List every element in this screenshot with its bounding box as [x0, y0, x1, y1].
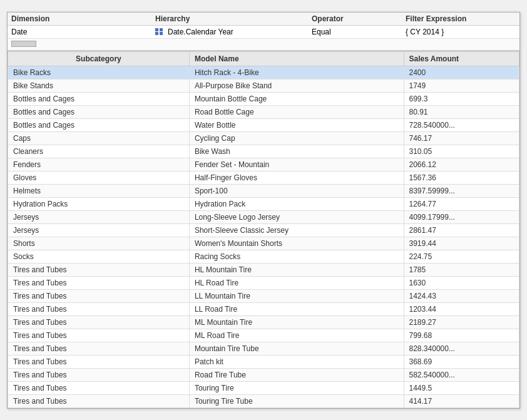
cell-modelname: Bike Wash [189, 145, 404, 158]
table-row[interactable]: FendersFender Set - Mountain2066.12 [8, 158, 519, 171]
cell-modelname: Hitch Rack - 4-Bike [189, 66, 404, 79]
table-row[interactable]: CapsCycling Cap746.17 [8, 131, 519, 145]
cell-modelname: Racing Socks [189, 250, 404, 263]
cell-sales: 2400 [404, 66, 519, 79]
cell-subcategory: Tires and Tubes [8, 381, 190, 394]
cell-subcategory: Bike Stands [8, 79, 190, 92]
cell-subcategory: Bottles and Cages [8, 105, 190, 118]
cell-modelname: Water Bottle [189, 118, 404, 131]
table-row[interactable]: Hydration PacksHydration Pack1264.77 [8, 197, 519, 210]
cell-modelname: ML Road Tire [189, 329, 404, 342]
filter-hierarchy-value: Date.Calendar Year [168, 28, 233, 36]
table-row[interactable]: Bottles and CagesMountain Bottle Cage699… [8, 92, 519, 105]
data-table: Subcategory Model Name Sales Amount Bike… [8, 51, 519, 408]
filter-col-hierarchy: Hierarchy [155, 14, 312, 23]
filter-hierarchy-cell: Date.Calendar Year [155, 28, 312, 36]
table-row[interactable]: Tires and TubesHL Mountain Tire1785 [8, 263, 519, 276]
cell-modelname: Touring Tire Tube [189, 394, 404, 407]
cell-modelname: LL Road Tire [189, 302, 404, 315]
cell-subcategory: Helmets [8, 184, 190, 197]
cell-subcategory: Bike Racks [8, 66, 190, 79]
cell-subcategory: Jerseys [8, 210, 190, 223]
table-row[interactable]: Tires and TubesML Mountain Tire2189.27 [8, 315, 519, 329]
hierarchy-grid-icon [155, 28, 163, 36]
col-header-subcategory: Subcategory [8, 51, 190, 66]
cell-modelname: Sport-100 [189, 184, 404, 197]
cell-subcategory: Tires and Tubes [8, 355, 190, 368]
cell-sales: 368.69 [404, 355, 519, 368]
cell-sales: 8397.59999... [404, 184, 519, 197]
table-row[interactable]: Bottles and CagesWater Bottle728.540000.… [8, 118, 519, 131]
scroll-bar-area[interactable] [8, 39, 519, 51]
scroll-indicator[interactable] [11, 41, 36, 47]
cell-subcategory: Tires and Tubes [8, 289, 190, 302]
table-row[interactable]: Tires and TubesPatch kit368.69 [8, 355, 519, 368]
table-row[interactable]: HelmetsSport-1008397.59999... [8, 184, 519, 197]
filter-section: Dimension Hierarchy Operator Filter Expr… [8, 13, 519, 51]
table-row[interactable]: Tires and TubesML Road Tire799.68 [8, 329, 519, 342]
table-row[interactable]: Bottles and CagesRoad Bottle Cage80.91 [8, 105, 519, 118]
table-row[interactable]: JerseysShort-Sleeve Classic Jersey2861.4… [8, 223, 519, 237]
cell-sales: 1264.77 [404, 197, 519, 210]
cell-sales: 582.540000... [404, 368, 519, 381]
cell-subcategory: Fenders [8, 158, 190, 171]
cell-modelname: LL Mountain Tire [189, 289, 404, 302]
cell-modelname: HL Road Tire [189, 276, 404, 289]
filter-data-row: Date Date.Calendar Year Equal { CY 2014 … [8, 26, 519, 39]
cell-sales: 414.17 [404, 394, 519, 407]
table-row[interactable]: Tires and TubesLL Mountain Tire1424.43 [8, 289, 519, 302]
filter-header-row: Dimension Hierarchy Operator Filter Expr… [8, 13, 519, 26]
cell-subcategory: Tires and Tubes [8, 315, 190, 329]
filter-col-expression: Filter Expression [406, 14, 516, 23]
table-row[interactable]: Tires and TubesLL Road Tire1203.44 [8, 302, 519, 315]
cell-subcategory: Cleaners [8, 145, 190, 158]
cell-modelname: ML Mountain Tire [189, 315, 404, 329]
cell-sales: 80.91 [404, 105, 519, 118]
cell-subcategory: Tires and Tubes [8, 276, 190, 289]
cell-subcategory: Tires and Tubes [8, 342, 190, 355]
cell-modelname: Cycling Cap [189, 131, 404, 145]
cell-sales: 1785 [404, 263, 519, 276]
cell-sales: 1749 [404, 79, 519, 92]
table-row[interactable]: SocksRacing Socks224.75 [8, 250, 519, 263]
table-row[interactable]: Bike RacksHitch Rack - 4-Bike2400 [8, 66, 519, 79]
cell-modelname: Touring Tire [189, 381, 404, 394]
table-wrapper: Subcategory Model Name Sales Amount Bike… [8, 51, 519, 408]
cell-sales: 828.340000... [404, 342, 519, 355]
table-row[interactable]: GlovesHalf-Finger Gloves1567.36 [8, 171, 519, 184]
cell-sales: 2861.47 [404, 223, 519, 237]
cell-modelname: Women's Mountain Shorts [189, 237, 404, 250]
cell-modelname: Short-Sleeve Classic Jersey [189, 223, 404, 237]
main-container: Dimension Hierarchy Operator Filter Expr… [7, 12, 520, 409]
table-row[interactable]: Tires and TubesMountain Tire Tube828.340… [8, 342, 519, 355]
table-header-row: Subcategory Model Name Sales Amount [8, 51, 519, 66]
cell-subcategory: Jerseys [8, 223, 190, 237]
cell-subcategory: Tires and Tubes [8, 368, 190, 381]
table-row[interactable]: Tires and TubesHL Road Tire1630 [8, 276, 519, 289]
filter-col-dimension: Dimension [11, 14, 155, 23]
cell-modelname: Fender Set - Mountain [189, 158, 404, 171]
table-row[interactable]: ShortsWomen's Mountain Shorts3919.44 [8, 237, 519, 250]
cell-sales: 1630 [404, 276, 519, 289]
cell-modelname: HL Mountain Tire [189, 263, 404, 276]
cell-subcategory: Tires and Tubes [8, 394, 190, 407]
cell-sales: 2189.27 [404, 315, 519, 329]
table-row[interactable]: Bike StandsAll-Purpose Bike Stand1749 [8, 79, 519, 92]
cell-subcategory: Hydration Packs [8, 197, 190, 210]
cell-sales: 1567.36 [404, 171, 519, 184]
cell-subcategory: Shorts [8, 237, 190, 250]
table-row[interactable]: CleanersBike Wash310.05 [8, 145, 519, 158]
cell-modelname: Road Tire Tube [189, 368, 404, 381]
cell-sales: 310.05 [404, 145, 519, 158]
cell-sales: 3919.44 [404, 237, 519, 250]
cell-sales: 4099.17999... [404, 210, 519, 223]
table-row[interactable]: Tires and TubesRoad Tire Tube582.540000.… [8, 368, 519, 381]
table-row[interactable]: Tires and TubesTouring Tire Tube414.17 [8, 394, 519, 407]
cell-modelname: Road Bottle Cage [189, 105, 404, 118]
cell-sales: 699.3 [404, 92, 519, 105]
cell-modelname: Half-Finger Gloves [189, 171, 404, 184]
table-row[interactable]: JerseysLong-Sleeve Logo Jersey4099.17999… [8, 210, 519, 223]
table-row[interactable]: Tires and TubesTouring Tire1449.5 [8, 381, 519, 394]
filter-expression-value: { CY 2014 } [406, 28, 516, 36]
filter-col-operator: Operator [312, 14, 406, 23]
